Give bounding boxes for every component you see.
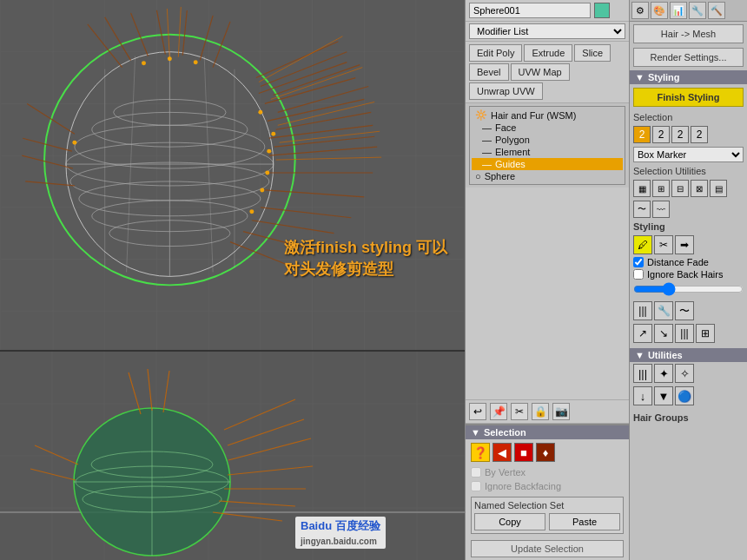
tree-item-element[interactable]: — Element — [472, 146, 623, 158]
box-marker-select[interactable]: Box Marker — [633, 147, 744, 162]
tree-item-sphere[interactable]: ○ Sphere — [472, 170, 623, 182]
slice-btn[interactable]: Slice — [574, 44, 611, 62]
svg-rect-0 — [1, 0, 463, 350]
util-icon-1[interactable]: ▦ — [633, 180, 651, 197]
style-btn-1[interactable]: 🖊 — [633, 235, 652, 254]
viewport-bottom-svg: Baidu 百度经验jingyan.baidu.com — [0, 352, 465, 560]
util-icons-row2: 〜 〰 — [630, 199, 747, 220]
more-styling-icons: ||| 🔧 〜 — [630, 300, 747, 322]
style-icon-1[interactable]: ⚙ — [631, 2, 649, 19]
finish-styling-button[interactable]: Finish Styling — [633, 88, 744, 107]
modifier-tree: 🔆 Hair and Fur (WSM) — Face — Polygon — … — [469, 106, 625, 185]
util-icon-3[interactable]: ⊟ — [671, 180, 689, 197]
edit-poly-btn[interactable]: Edit Poly — [469, 44, 522, 62]
style-btn-9[interactable]: ||| — [675, 324, 694, 343]
tree-item-hair-fur[interactable]: 🔆 Hair and Fur (WSM) — [472, 109, 623, 122]
svg-point-71 — [249, 209, 254, 214]
utilities-section-header: ▼ Utilities — [630, 348, 747, 362]
svg-point-68 — [267, 149, 271, 154]
object-bar — [466, 0, 629, 22]
style-selection-row: 2 2 2 2 — [630, 124, 747, 145]
util-icon-5[interactable]: ▤ — [710, 180, 727, 197]
util-big-4[interactable]: ↓ — [633, 386, 652, 405]
style-icon-5[interactable]: 🔨 — [708, 2, 725, 19]
more-styling-icons2: ↗ ↘ ||| ⊞ — [630, 322, 747, 345]
hair-groups-label: Hair Groups — [630, 411, 747, 425]
util-icon-2[interactable]: ⊞ — [652, 180, 670, 197]
style-btn-7[interactable]: ↗ — [633, 324, 652, 343]
util-icon-7[interactable]: 〰 — [652, 201, 670, 218]
style-btn-8[interactable]: ↘ — [654, 324, 673, 343]
move-icon[interactable]: ↩ — [469, 403, 486, 420]
center-panel: Modifier List Edit Poly Extrude Slice Be… — [465, 0, 630, 560]
named-selection-buttons: Copy Paste — [474, 513, 620, 530]
render-settings-button[interactable]: Render Settings... — [633, 48, 744, 67]
style-btn-2[interactable]: ✂ — [654, 235, 673, 254]
viewport-area: 激活finish styling 可以 对头发修剪造型 — [0, 0, 465, 560]
viewport-top[interactable]: 激活finish styling 可以 对头发修剪造型 — [0, 0, 465, 352]
update-selection-button[interactable]: Update Selection — [471, 540, 624, 557]
style-btn-3[interactable]: ➡ — [675, 235, 694, 254]
viewport-bottom[interactable]: Baidu 百度经验jingyan.baidu.com — [0, 352, 465, 560]
util-icons-row1: ▦ ⊞ ⊟ ⊠ ▤ — [630, 178, 747, 199]
sel-icon-1[interactable]: ❓ — [471, 443, 490, 462]
svg-point-66 — [258, 110, 262, 115]
pin-icon[interactable]: 📌 — [490, 403, 507, 420]
svg-point-74 — [194, 60, 198, 64]
sel-icon-4[interactable]: ♦ — [536, 443, 555, 462]
ignore-back-checkbox[interactable] — [633, 269, 644, 280]
style-btn-4[interactable]: ||| — [633, 301, 652, 320]
style-icon-3[interactable]: 📊 — [670, 2, 687, 19]
backfacing-checkbox[interactable] — [471, 481, 481, 491]
lock-icon[interactable]: 🔒 — [532, 403, 549, 420]
tree-item-label: Polygon — [495, 135, 530, 145]
svg-point-70 — [260, 188, 264, 192]
util-big-6[interactable]: 🔵 — [675, 386, 694, 405]
sel-icon-3[interactable]: ■ — [514, 443, 533, 462]
style-top-icons: ⚙ 🎨 📊 🔧 🔨 — [630, 0, 747, 22]
extrude-btn[interactable]: Extrude — [524, 44, 572, 62]
tree-item-polygon[interactable]: — Polygon — [472, 134, 623, 146]
camera-icon[interactable]: 📷 — [552, 403, 570, 420]
util-big-2[interactable]: ✦ — [654, 364, 673, 383]
by-vertex-row: By Vertex — [466, 465, 629, 479]
tree-item-label: Element — [495, 147, 530, 157]
bevel-btn[interactable]: Bevel — [469, 63, 509, 81]
util-big-5[interactable]: ▼ — [654, 386, 673, 405]
modifier-list-dropdown[interactable]: Modifier List — [469, 23, 625, 39]
style-slider[interactable] — [633, 282, 744, 296]
cut-icon[interactable]: ✂ — [511, 403, 528, 420]
styling-section-header: ▼ Styling — [630, 70, 747, 84]
copy-button[interactable]: Copy — [474, 513, 545, 530]
tree-item-face[interactable]: — Face — [472, 122, 623, 134]
tree-item-label: Face — [495, 122, 516, 133]
util-icon-6[interactable]: 〜 — [633, 201, 651, 218]
style-icon-2[interactable]: 🎨 — [651, 2, 668, 19]
style-sel-icon-3[interactable]: 2 — [671, 126, 689, 143]
style-sel-icon-1[interactable]: 2 — [633, 126, 651, 143]
selection-icons-row: ❓ ◀ ■ ♦ — [466, 439, 629, 465]
style-sel-icon-4[interactable]: 2 — [691, 126, 708, 143]
hair-mesh-button[interactable]: Hair -> Mesh — [633, 24, 744, 43]
style-sel-icon-2[interactable]: 2 — [652, 126, 670, 143]
distance-fade-checkbox[interactable] — [633, 257, 644, 267]
tree-item-guides[interactable]: — Guides — [472, 158, 623, 170]
unwrap-uvw-btn[interactable]: Unwrap UVW — [469, 82, 543, 100]
sel-icon-2[interactable]: ◀ — [492, 443, 512, 462]
util-icon-4[interactable]: ⊠ — [691, 180, 708, 197]
backfacing-row: Ignore Backfacing — [466, 479, 629, 493]
uvw-map-btn[interactable]: UVW Map — [511, 63, 570, 81]
style-btn-5[interactable]: 🔧 — [654, 301, 673, 320]
object-name-input[interactable] — [469, 3, 591, 18]
tree-item-label: Hair and Fur (WSM) — [491, 110, 576, 121]
style-icon-4[interactable]: 🔧 — [689, 2, 706, 19]
util-big-3[interactable]: ✧ — [675, 364, 694, 383]
ignore-back-label: Ignore Back Hairs — [647, 269, 723, 280]
style-btn-10[interactable]: ⊞ — [696, 324, 715, 343]
by-vertex-label: By Vertex — [485, 467, 526, 478]
style-btn-6[interactable]: 〜 — [675, 301, 694, 320]
util-big-1[interactable]: ||| — [633, 364, 652, 383]
by-vertex-checkbox[interactable] — [471, 467, 481, 478]
object-color[interactable] — [594, 3, 610, 18]
paste-button[interactable]: Paste — [549, 513, 620, 530]
